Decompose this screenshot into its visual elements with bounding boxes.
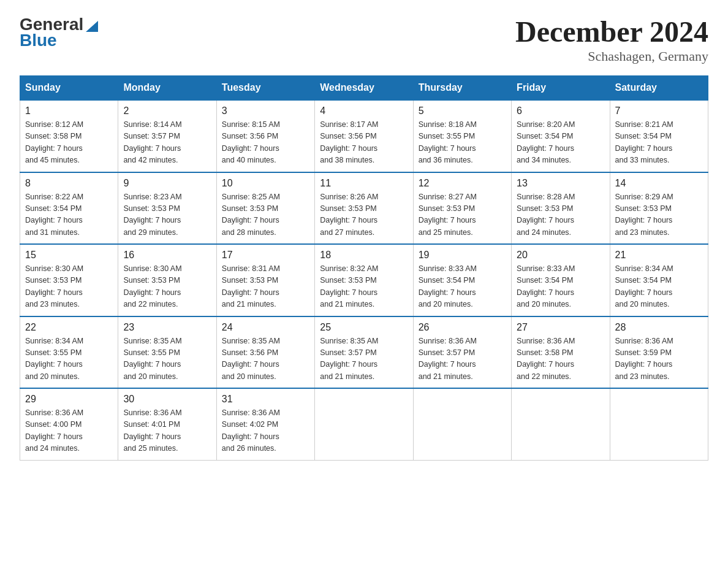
day-info: Sunrise: 8:36 AM Sunset: 4:01 PM Dayligh…: [123, 407, 211, 455]
logo-blue-text: Blue: [20, 31, 100, 50]
day-number: 13: [517, 178, 604, 189]
day-info: Sunrise: 8:36 AM Sunset: 4:02 PM Dayligh…: [222, 407, 309, 455]
day-number: 30: [123, 394, 211, 405]
calendar-day-cell: [315, 388, 413, 460]
col-monday: Monday: [118, 76, 216, 101]
col-tuesday: Tuesday: [216, 76, 314, 101]
calendar-week-row: 29 Sunrise: 8:36 AM Sunset: 4:00 PM Dayl…: [20, 388, 708, 460]
day-number: 27: [517, 322, 604, 333]
calendar-day-cell: [610, 388, 708, 460]
day-info: Sunrise: 8:29 AM Sunset: 3:53 PM Dayligh…: [615, 191, 703, 239]
calendar-day-cell: 27 Sunrise: 8:36 AM Sunset: 3:58 PM Dayl…: [512, 316, 610, 389]
day-number: 28: [615, 322, 703, 333]
calendar-day-cell: 6 Sunrise: 8:20 AM Sunset: 3:54 PM Dayli…: [512, 100, 610, 172]
calendar-day-cell: 11 Sunrise: 8:26 AM Sunset: 3:53 PM Dayl…: [315, 172, 413, 245]
day-number: 15: [25, 250, 113, 261]
calendar-day-cell: 21 Sunrise: 8:34 AM Sunset: 3:54 PM Dayl…: [610, 244, 708, 316]
title-block: December 2024 Schashagen, Germany: [515, 15, 708, 64]
month-year-title: December 2024: [515, 15, 708, 48]
page-header: General Blue December 2024 Schashagen, G…: [20, 15, 708, 64]
day-number: 5: [419, 105, 506, 117]
day-info: Sunrise: 8:31 AM Sunset: 3:53 PM Dayligh…: [222, 263, 309, 311]
calendar-day-cell: 12 Sunrise: 8:27 AM Sunset: 3:53 PM Dayl…: [413, 172, 511, 245]
day-info: Sunrise: 8:35 AM Sunset: 3:57 PM Dayligh…: [320, 335, 408, 383]
day-number: 12: [419, 178, 506, 189]
calendar-day-cell: 17 Sunrise: 8:31 AM Sunset: 3:53 PM Dayl…: [216, 244, 314, 316]
calendar-week-row: 15 Sunrise: 8:30 AM Sunset: 3:53 PM Dayl…: [20, 244, 708, 316]
calendar-day-cell: 7 Sunrise: 8:21 AM Sunset: 3:54 PM Dayli…: [610, 100, 708, 172]
day-number: 26: [419, 322, 506, 333]
day-info: Sunrise: 8:36 AM Sunset: 3:58 PM Dayligh…: [517, 335, 604, 383]
calendar-day-cell: 20 Sunrise: 8:33 AM Sunset: 3:54 PM Dayl…: [512, 244, 610, 316]
day-info: Sunrise: 8:20 AM Sunset: 3:54 PM Dayligh…: [517, 119, 604, 167]
day-number: 18: [320, 250, 408, 261]
calendar-day-cell: 10 Sunrise: 8:25 AM Sunset: 3:53 PM Dayl…: [216, 172, 314, 245]
calendar-day-cell: 19 Sunrise: 8:33 AM Sunset: 3:54 PM Dayl…: [413, 244, 511, 316]
day-info: Sunrise: 8:25 AM Sunset: 3:53 PM Dayligh…: [222, 191, 309, 239]
day-number: 9: [123, 178, 211, 189]
day-number: 3: [222, 105, 309, 117]
calendar-day-cell: 4 Sunrise: 8:17 AM Sunset: 3:56 PM Dayli…: [315, 100, 413, 172]
col-saturday: Saturday: [610, 76, 708, 101]
day-info: Sunrise: 8:15 AM Sunset: 3:56 PM Dayligh…: [222, 119, 309, 167]
day-number: 21: [615, 250, 703, 261]
day-number: 6: [517, 105, 604, 117]
day-number: 1: [25, 105, 113, 117]
day-number: 4: [320, 105, 408, 117]
day-number: 8: [25, 178, 113, 189]
day-info: Sunrise: 8:23 AM Sunset: 3:53 PM Dayligh…: [123, 191, 211, 239]
calendar-day-cell: 18 Sunrise: 8:32 AM Sunset: 3:53 PM Dayl…: [315, 244, 413, 316]
day-number: 25: [320, 322, 408, 333]
calendar-day-cell: 25 Sunrise: 8:35 AM Sunset: 3:57 PM Dayl…: [315, 316, 413, 389]
day-info: Sunrise: 8:17 AM Sunset: 3:56 PM Dayligh…: [320, 119, 408, 167]
calendar-day-cell: 8 Sunrise: 8:22 AM Sunset: 3:54 PM Dayli…: [20, 172, 118, 245]
calendar-day-cell: 29 Sunrise: 8:36 AM Sunset: 4:00 PM Dayl…: [20, 388, 118, 460]
calendar-day-cell: 1 Sunrise: 8:12 AM Sunset: 3:58 PM Dayli…: [20, 100, 118, 172]
calendar-day-cell: 22 Sunrise: 8:34 AM Sunset: 3:55 PM Dayl…: [20, 316, 118, 389]
day-info: Sunrise: 8:14 AM Sunset: 3:57 PM Dayligh…: [123, 119, 211, 167]
day-info: Sunrise: 8:34 AM Sunset: 3:55 PM Dayligh…: [25, 335, 113, 383]
col-friday: Friday: [512, 76, 610, 101]
day-info: Sunrise: 8:22 AM Sunset: 3:54 PM Dayligh…: [25, 191, 113, 239]
calendar-body: 1 Sunrise: 8:12 AM Sunset: 3:58 PM Dayli…: [20, 100, 708, 460]
day-info: Sunrise: 8:26 AM Sunset: 3:53 PM Dayligh…: [320, 191, 408, 239]
day-info: Sunrise: 8:34 AM Sunset: 3:54 PM Dayligh…: [615, 263, 703, 311]
calendar-day-cell: 16 Sunrise: 8:30 AM Sunset: 3:53 PM Dayl…: [118, 244, 216, 316]
calendar-day-cell: [512, 388, 610, 460]
calendar-day-cell: 5 Sunrise: 8:18 AM Sunset: 3:55 PM Dayli…: [413, 100, 511, 172]
day-number: 14: [615, 178, 703, 189]
day-number: 10: [222, 178, 309, 189]
calendar-day-cell: 15 Sunrise: 8:30 AM Sunset: 3:53 PM Dayl…: [20, 244, 118, 316]
day-number: 19: [419, 250, 506, 261]
calendar-day-cell: 2 Sunrise: 8:14 AM Sunset: 3:57 PM Dayli…: [118, 100, 216, 172]
day-number: 11: [320, 178, 408, 189]
calendar-day-cell: 24 Sunrise: 8:35 AM Sunset: 3:56 PM Dayl…: [216, 316, 314, 389]
calendar-day-cell: 14 Sunrise: 8:29 AM Sunset: 3:53 PM Dayl…: [610, 172, 708, 245]
calendar-table: Sunday Monday Tuesday Wednesday Thursday…: [20, 75, 708, 461]
day-info: Sunrise: 8:30 AM Sunset: 3:53 PM Dayligh…: [25, 263, 113, 311]
day-number: 16: [123, 250, 211, 261]
day-info: Sunrise: 8:36 AM Sunset: 3:57 PM Dayligh…: [419, 335, 506, 383]
header-row: Sunday Monday Tuesday Wednesday Thursday…: [20, 76, 708, 101]
day-info: Sunrise: 8:27 AM Sunset: 3:53 PM Dayligh…: [419, 191, 506, 239]
col-sunday: Sunday: [20, 76, 118, 101]
calendar-week-row: 22 Sunrise: 8:34 AM Sunset: 3:55 PM Dayl…: [20, 316, 708, 389]
day-info: Sunrise: 8:36 AM Sunset: 3:59 PM Dayligh…: [615, 335, 703, 383]
logo: General Blue: [20, 15, 100, 50]
day-number: 31: [222, 394, 309, 405]
day-info: Sunrise: 8:35 AM Sunset: 3:55 PM Dayligh…: [123, 335, 211, 383]
calendar-day-cell: 9 Sunrise: 8:23 AM Sunset: 3:53 PM Dayli…: [118, 172, 216, 245]
day-info: Sunrise: 8:18 AM Sunset: 3:55 PM Dayligh…: [419, 119, 506, 167]
day-info: Sunrise: 8:33 AM Sunset: 3:54 PM Dayligh…: [517, 263, 604, 311]
calendar-day-cell: 23 Sunrise: 8:35 AM Sunset: 3:55 PM Dayl…: [118, 316, 216, 389]
calendar-day-cell: 3 Sunrise: 8:15 AM Sunset: 3:56 PM Dayli…: [216, 100, 314, 172]
col-thursday: Thursday: [413, 76, 511, 101]
day-info: Sunrise: 8:12 AM Sunset: 3:58 PM Dayligh…: [25, 119, 113, 167]
calendar-day-cell: 28 Sunrise: 8:36 AM Sunset: 3:59 PM Dayl…: [610, 316, 708, 389]
calendar-day-cell: 13 Sunrise: 8:28 AM Sunset: 3:53 PM Dayl…: [512, 172, 610, 245]
day-number: 7: [615, 105, 703, 117]
day-number: 29: [25, 394, 113, 405]
calendar-week-row: 8 Sunrise: 8:22 AM Sunset: 3:54 PM Dayli…: [20, 172, 708, 245]
day-number: 23: [123, 322, 211, 333]
day-number: 2: [123, 105, 211, 117]
